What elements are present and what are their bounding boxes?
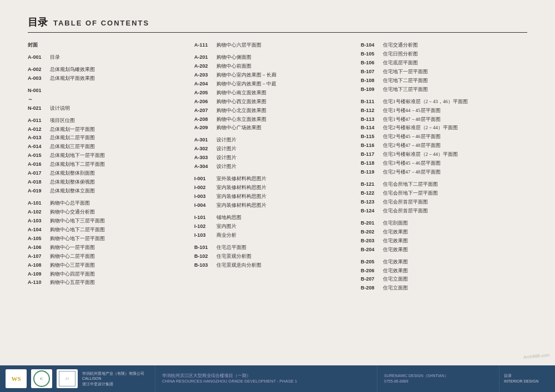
callison-circle: C xyxy=(33,370,50,387)
entry-label: 住宅日照分析图 xyxy=(383,50,418,58)
entry-label: 住宅1号楼47－48层平面图 xyxy=(383,116,441,124)
list-item: B-106住宅底层平面图 xyxy=(361,59,527,67)
list-item: A-302设计图片 xyxy=(194,145,361,153)
list-item: B-201住宅剖面图 xyxy=(361,220,527,227)
list-item: B-206住宅效果图 xyxy=(361,267,527,275)
list-item: A-103购物中心地下三层平面图 xyxy=(28,217,194,225)
entry-code: N-021 xyxy=(28,105,50,113)
entry-label: 购物中心四层平面图 xyxy=(50,271,95,278)
entry-code: A-101 xyxy=(28,200,50,207)
footer-middle: 华润杭州滨江区大型商业综合楼项目（一期） CHINA RESOURCES HAN… xyxy=(155,365,377,392)
entry-code: I-001 xyxy=(194,175,216,183)
entry-label: 购物中心侧面图 xyxy=(216,54,251,62)
list-item: A-106购物中心一层平面图 xyxy=(28,244,194,252)
entry-label: 购物中心二层平面图 xyxy=(50,253,95,261)
entry-code: B-203 xyxy=(361,237,383,245)
project-info: 华润杭州滨江区大型商业综合楼项目（一期） CHINA RESOURCES HAN… xyxy=(162,373,297,385)
list-item: B-109住宅地下三层平面图 xyxy=(361,86,527,94)
list-item: B-104住宅交通分析图 xyxy=(361,42,527,49)
list-item: A-105购物中心地下一层平面图 xyxy=(28,235,194,243)
logo-callison: C xyxy=(31,369,52,388)
entry-code: A-111 xyxy=(194,42,216,49)
entry-code: B-113 xyxy=(361,116,383,124)
entry-label: 购物中心前面图 xyxy=(216,63,251,70)
list-item: B-111住宅1号楼标准层（2－43，46）平面图 xyxy=(361,98,527,106)
entry-code: I-002 xyxy=(194,184,216,192)
list-item: A-207购物中心北立面效果图 xyxy=(194,107,361,115)
entry-label: 购物中心室内效果图－中庭 xyxy=(216,80,276,88)
entry-code: B-201 xyxy=(361,220,383,227)
list-item: B-103住宅景观意向分析图 xyxy=(194,262,361,269)
list-item: B-203住宅效果图 xyxy=(361,237,527,245)
entry-label: 住宅交通分析图 xyxy=(383,42,418,49)
entry-code: A-018 xyxy=(28,179,50,186)
entry-label: 住宅2号楼47－48层平面图 xyxy=(383,169,441,176)
list-item: A-204购物中心室内效果图－中庭 xyxy=(194,80,361,88)
entry-code: A-107 xyxy=(28,253,50,261)
entry-code: B-102 xyxy=(194,253,216,261)
list-item: A-203购物中心室内效果图－长廊 xyxy=(194,72,361,79)
list-item: A-102购物中心交通分析图 xyxy=(28,208,194,216)
entry-code: A-017 xyxy=(28,170,50,177)
entry-code: I-101 xyxy=(194,214,216,222)
list-item: B-119住宅2号楼47－48层平面图 xyxy=(361,169,527,176)
list-item: A-201购物中心侧面图 xyxy=(194,54,361,62)
entry-label: 购物中心东立面效果图 xyxy=(216,116,266,124)
entry-label: 室内装修材料构思图片 xyxy=(216,202,266,210)
entry-code: A-207 xyxy=(194,107,216,115)
list-item: A-110购物中心五层平面图 xyxy=(28,279,194,287)
list-item: A-018总体规划整体俯视图 xyxy=(28,179,194,186)
main-content: 目录 TABLE OF CONTENTS 封面A-001目录A-002总体规划鸟… xyxy=(0,0,555,365)
zhongjian-rect: ZJ xyxy=(59,371,75,386)
list-item: A-209购物中心广场效果图 xyxy=(194,124,361,132)
entry-code: B-107 xyxy=(361,68,383,76)
entry-label: 住宅3号楼标准层（2－44）平面图 xyxy=(383,151,458,159)
entry-code: B-124 xyxy=(361,207,383,215)
entry-code: B-118 xyxy=(361,160,383,167)
list-item: A-205购物中心南立面效果图 xyxy=(194,89,361,97)
entry-code: A-110 xyxy=(28,279,50,287)
entry-code: A-104 xyxy=(28,226,50,234)
footer: WS C ZJ 华润杭州置地产业（有限）有限公司 CALLISON 浙江中坚设计… xyxy=(0,365,555,392)
entry-label: 总体规划整体立面图 xyxy=(50,187,95,195)
entry-code: A-019 xyxy=(28,187,50,195)
list-item: B-108住宅地下二层平面图 xyxy=(361,77,527,85)
entry-code: B-112 xyxy=(361,107,383,115)
list-item: A-109购物中心四层平面图 xyxy=(28,271,194,278)
entry-label: 住宅2号楼47－48层平面图 xyxy=(383,142,441,150)
entry-code: B-206 xyxy=(361,267,383,275)
entry-code: A-301 xyxy=(194,136,216,144)
entry-label: 总体规划地下一层平面图 xyxy=(50,152,105,160)
list-item: B-101住宅总平面图 xyxy=(194,244,361,252)
entry-label: 室内装修材料构思图片 xyxy=(216,193,266,201)
entry-label: 设计说明 xyxy=(50,105,70,113)
entry-label: 室内图片 xyxy=(216,223,236,231)
entry-code: A-002 xyxy=(28,66,50,74)
entry-label: 住宅会所地下二层平面图 xyxy=(383,181,438,189)
entry-code: B-208 xyxy=(361,284,383,292)
list-item: ～ xyxy=(28,96,194,104)
entry-label: 住宅1号楼标准层（2－43，46）平面图 xyxy=(383,98,468,106)
entry-label: 住宅效果图 xyxy=(383,237,408,245)
list-item: I-002室内装修材料构思图片 xyxy=(194,184,361,192)
entry-code: A-014 xyxy=(28,143,50,151)
entry-label: 住宅地下一层平面图 xyxy=(383,68,428,76)
list-item: A-002总体规划鸟瞰效果图 xyxy=(28,66,194,74)
entry-label: 设计图片 xyxy=(216,145,236,153)
entry-label: 购物中心广场效果图 xyxy=(216,124,261,132)
entry-label: 购物中心西立面效果图 xyxy=(216,98,266,106)
entry-code: A-303 xyxy=(194,154,216,162)
columns-wrapper: 封面A-001目录A-002总体规划鸟瞰效果图A-003总体规划平面效果图N-0… xyxy=(28,42,527,358)
list-item: B-117住宅3号楼标准层（2－44）平面图 xyxy=(361,151,527,159)
entry-label: 项目区位图 xyxy=(50,117,75,125)
entry-label: 总体规划一层平面图 xyxy=(50,126,95,134)
entry-label: 购物中心地下三层平面图 xyxy=(50,217,105,225)
entry-label: 住宅立面图 xyxy=(383,276,408,283)
entry-label: 住宅2号楼标准层（2－44）平面图 xyxy=(383,124,458,132)
entry-label: 住宅剖面图 xyxy=(383,220,408,227)
entry-label: 购物中心地下二层平面图 xyxy=(50,226,105,234)
entry-label: 住宅效果图 xyxy=(383,246,408,254)
entry-code: A-106 xyxy=(28,244,50,252)
entry-label: 购物中心一层平面图 xyxy=(50,244,95,252)
footer-end: 目录 INTERIOR DESIGN xyxy=(500,365,555,392)
